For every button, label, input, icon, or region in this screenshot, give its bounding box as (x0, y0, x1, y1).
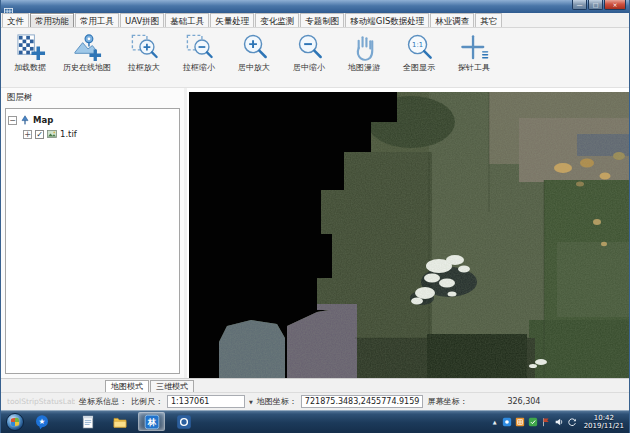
history-online-map-icon (72, 32, 103, 63)
forestry-app-icon: 林 (144, 414, 160, 430)
ribbon-button-7[interactable]: 1:1全图显示 (394, 30, 444, 73)
main-area: 图层树 − Map + ✓ 1.tif (1, 88, 629, 378)
ribbon-tab-1[interactable]: 常用功能 (30, 13, 74, 27)
svg-text:林: 林 (146, 417, 156, 427)
zoom-out-center-icon (294, 32, 325, 63)
titlebar: — □ × (1, 0, 629, 13)
status-placeholder-label: toolStripStatusLabel1 (7, 397, 75, 406)
application-window: — □ × 文件常用功能常用工具UAV拼图基础工具矢量处理变化监测专题制图移动端… (0, 0, 630, 433)
map-group-pin-icon (20, 115, 30, 125)
tray-icons (502, 417, 577, 427)
maximize-button[interactable]: □ (588, 0, 603, 10)
ribbon-tab-0[interactable]: 文件 (2, 13, 29, 27)
taskbar-app-4[interactable] (170, 412, 197, 431)
map-coord-value: 721875.3483,2455774.9159 (301, 395, 424, 408)
collapse-toggle-icon[interactable]: − (8, 116, 17, 125)
full-extent-icon: 1:1 (404, 32, 435, 63)
window-controls: — □ × (572, 0, 626, 13)
taskbar: ★林 ▲ 10:42 2019/11/21 (1, 410, 629, 433)
zoom-in-center-icon (239, 32, 270, 63)
ribbon-tab-4[interactable]: 基础工具 (165, 13, 209, 27)
screen-coord-value: 326,304 (507, 397, 540, 406)
windows-logo-icon (11, 417, 20, 426)
green-tray-icon[interactable] (528, 417, 538, 427)
ribbon-button-1[interactable]: 历史在线地图 (60, 30, 114, 73)
ribbon-toolbar: 加载数据历史在线地图拉框放大拉框缩小居中放大居中缩小地图漫游1:1全图显示探针工… (1, 28, 629, 88)
taskbar-app-2[interactable] (106, 412, 133, 431)
scale-input[interactable]: 1:137061 (167, 395, 245, 408)
map-canvas[interactable] (189, 92, 630, 378)
ribbon-tabbar: 文件常用功能常用工具UAV拼图基础工具矢量处理变化监测专题制图移动端GIS数据处… (1, 13, 629, 28)
expand-toggle-icon[interactable]: + (23, 130, 32, 139)
layers-panel-title: 图层树 (1, 88, 184, 106)
taskbar-app-0[interactable]: ★ (28, 412, 55, 431)
chat-star-app-icon: ★ (34, 414, 50, 430)
zoom-out-box-icon (184, 32, 215, 63)
ring-app-icon (176, 414, 192, 430)
view-tabbar: 地图模式三维模式 (1, 378, 629, 392)
flag-tray-icon[interactable] (541, 417, 551, 427)
load-data-icon (15, 32, 46, 63)
ribbon-button-2[interactable]: 拉框放大 (119, 30, 169, 73)
tray-expand-icon[interactable]: ▲ (491, 419, 499, 425)
layer-tree-child-row[interactable]: + ✓ 1.tif (8, 127, 177, 141)
pan-hand-icon (349, 32, 380, 63)
crs-info-label: 坐标系信息： (79, 396, 127, 407)
map-coord-label: 地图坐标： (257, 396, 297, 407)
ribbon-button-6[interactable]: 地图漫游 (339, 30, 389, 73)
statusbar: toolStripStatusLabel1 坐标系信息： 比例尺： 1:1370… (1, 392, 629, 410)
ribbon-tab-6[interactable]: 变化监测 (255, 13, 299, 27)
scale-dropdown-icon[interactable]: ▼ (249, 399, 253, 405)
app-window-icon (4, 2, 13, 11)
close-button[interactable]: × (604, 0, 626, 10)
volume-tray-icon[interactable] (554, 417, 564, 427)
layers-panel: 图层树 − Map + ✓ 1.tif (1, 88, 184, 378)
probe-tool-icon (459, 32, 490, 63)
clock-time: 10:42 (584, 414, 624, 422)
taskbar-app-1[interactable] (74, 412, 101, 431)
layer-tree: − Map + ✓ 1.tif (5, 108, 180, 374)
ribbon-button-5[interactable]: 居中缩小 (284, 30, 334, 73)
ribbon-tab-5[interactable]: 矢量处理 (210, 13, 254, 27)
blue-tray-icon[interactable] (502, 417, 512, 427)
ribbon-tab-2[interactable]: 常用工具 (75, 13, 119, 27)
ribbon-tab-3[interactable]: UAV拼图 (120, 13, 164, 27)
minimize-button[interactable]: — (572, 0, 587, 10)
layer-group-label[interactable]: Map (33, 115, 53, 125)
notepad-app-icon (80, 414, 96, 430)
folder-app-icon (112, 414, 128, 430)
taskbar-app-3[interactable]: 林 (138, 412, 165, 431)
orange-tray-icon[interactable] (515, 417, 525, 427)
view-tab-0[interactable]: 地图模式 (105, 380, 149, 392)
ribbon-button-3[interactable]: 拉框缩小 (174, 30, 224, 73)
layer-tree-root-row[interactable]: − Map (8, 113, 177, 127)
taskbar-clock[interactable]: 10:42 2019/11/21 (584, 414, 624, 430)
taskbar-apps: ★林 (28, 412, 197, 431)
ribbon-tab-8[interactable]: 移动端GIS数据处理 (345, 13, 429, 27)
ribbon-button-0[interactable]: 加载数据 (5, 30, 55, 73)
zoom-in-box-icon (129, 32, 160, 63)
sync-tray-icon[interactable] (567, 417, 577, 427)
layer-visibility-checkbox[interactable]: ✓ (35, 130, 44, 139)
svg-text:1:1: 1:1 (412, 41, 423, 49)
layer-name-label[interactable]: 1.tif (60, 129, 77, 139)
screen-coord-label: 屏幕坐标： (427, 396, 467, 407)
ribbon-button-4[interactable]: 居中放大 (229, 30, 279, 73)
map-panel (187, 88, 630, 378)
view-tab-1[interactable]: 三维模式 (150, 380, 194, 392)
scale-label: 比例尺： (131, 396, 163, 407)
ribbon-tab-10[interactable]: 其它 (475, 13, 502, 27)
clock-date: 2019/11/21 (584, 422, 624, 430)
ribbon-button-8[interactable]: 探针工具 (449, 30, 499, 73)
ribbon-tab-9[interactable]: 林业调查 (430, 13, 474, 27)
system-tray: ▲ 10:42 2019/11/21 (491, 414, 624, 430)
start-button[interactable] (6, 413, 24, 431)
raster-layer-icon (47, 129, 57, 139)
svg-text:★: ★ (38, 417, 45, 426)
ribbon-tab-7[interactable]: 专题制图 (300, 13, 344, 27)
